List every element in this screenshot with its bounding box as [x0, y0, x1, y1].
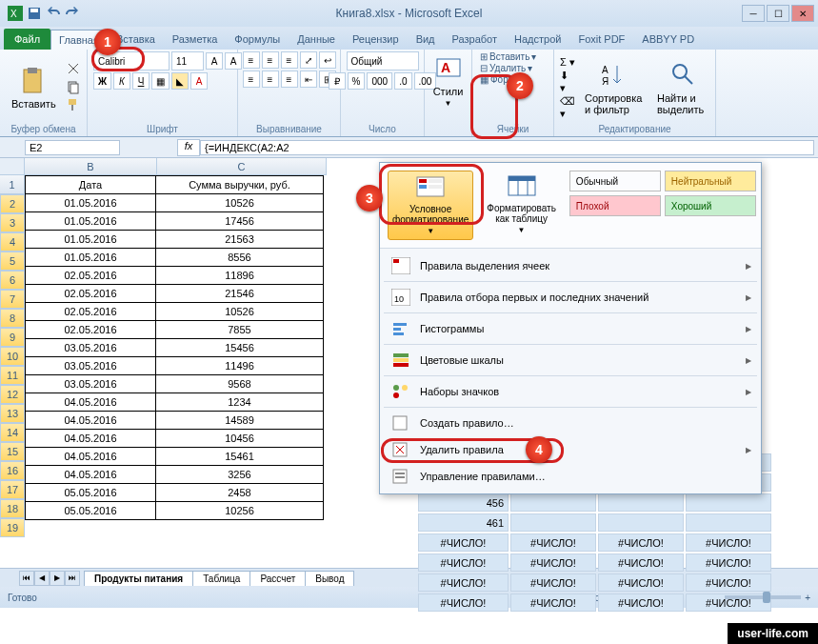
fill-color-button[interactable]: ◣ — [171, 72, 189, 90]
cell[interactable]: 11496 — [156, 357, 324, 375]
paste-button[interactable]: Вставить — [6, 64, 62, 111]
cell[interactable]: 03.05.2016 — [26, 339, 156, 357]
undo-icon[interactable] — [46, 6, 61, 21]
cell[interactable]: 21546 — [156, 285, 324, 303]
font-color-button[interactable]: A — [190, 72, 208, 90]
comma-icon[interactable]: 000 — [367, 72, 392, 90]
redo-icon[interactable] — [65, 6, 80, 21]
cell[interactable]: Сумма выручки, руб. — [156, 176, 324, 194]
cell-style-good[interactable]: Хороший — [665, 195, 756, 216]
sheet-nav-prev[interactable]: ◀ — [34, 571, 50, 586]
formula-input[interactable] — [200, 140, 814, 155]
cell[interactable]: 15461 — [156, 448, 324, 466]
row-header[interactable]: 11 — [0, 366, 25, 385]
percent-icon[interactable]: % — [348, 72, 366, 90]
menu-top-bottom-rules[interactable]: 10Правила отбора первых и последних знач… — [380, 284, 761, 311]
sheet-tab-1[interactable]: Таблица — [192, 571, 250, 586]
sheet-nav-next[interactable]: ▶ — [50, 571, 65, 586]
styles-button[interactable]: A Стили ▼ — [430, 51, 466, 110]
tab-review[interactable]: Рецензир — [344, 29, 408, 50]
cell[interactable]: 8556 — [156, 249, 324, 267]
underline-button[interactable]: Ч — [132, 72, 150, 90]
cell[interactable]: 01.05.2016 — [26, 212, 156, 231]
row-header[interactable]: 13 — [0, 404, 25, 423]
copy-icon[interactable] — [66, 79, 81, 96]
cell[interactable]: 17456 — [156, 212, 324, 231]
save-icon[interactable] — [27, 6, 42, 21]
row-header[interactable]: 4 — [0, 232, 25, 252]
format-as-table-button[interactable]: Форматировать как таблицу▼ — [483, 171, 560, 240]
bold-button[interactable]: Ж — [93, 72, 111, 90]
menu-manage-rules[interactable]: Управление правилами… — [380, 463, 761, 490]
data-grid[interactable]: ДатаСумма выручки, руб.01.05.20161052601… — [25, 175, 324, 520]
italic-button[interactable]: К — [113, 72, 130, 90]
cell[interactable]: 14589 — [156, 412, 324, 430]
inc-decimal-icon[interactable]: .0 — [394, 72, 411, 90]
cell[interactable]: 02.05.2016 — [26, 267, 156, 285]
cell[interactable]: 01.05.2016 — [26, 194, 156, 212]
cell[interactable]: 1234 — [156, 393, 324, 412]
sheet-tab-2[interactable]: Рассчет — [249, 571, 306, 586]
cell[interactable]: 04.05.2016 — [26, 466, 156, 484]
cell[interactable]: 04.05.2016 — [26, 393, 156, 412]
grow-font-icon[interactable]: A — [206, 52, 223, 70]
row-header[interactable]: 14 — [0, 423, 25, 442]
cell[interactable]: 02.05.2016 — [26, 285, 156, 303]
tab-addins[interactable]: Надстрой — [506, 29, 569, 50]
orientation-icon[interactable]: ⤢ — [300, 51, 317, 69]
menu-highlight-rules[interactable]: Правила выделения ячеек▶ — [380, 252, 761, 279]
row-header[interactable]: 18 — [0, 499, 25, 518]
wrap-text-icon[interactable]: ↩ — [319, 51, 336, 69]
tab-foxit[interactable]: Foxit PDF — [569, 29, 633, 50]
tab-layout[interactable]: Разметка — [164, 29, 227, 50]
minimize-button[interactable]: ─ — [742, 5, 765, 22]
cell[interactable]: 03.05.2016 — [26, 375, 156, 393]
zoom-in-button[interactable]: + — [805, 593, 810, 603]
row-header[interactable]: 15 — [0, 442, 25, 461]
align-left-icon[interactable]: ≡ — [243, 70, 260, 88]
cell[interactable]: 04.05.2016 — [26, 448, 156, 466]
conditional-formatting-button[interactable]: Условное форматирование▼ — [388, 171, 473, 240]
clear-icon[interactable]: ⌫ ▾ — [560, 95, 575, 120]
cell-style-neutral[interactable]: Нейтральный — [665, 171, 756, 191]
format-painter-icon[interactable] — [66, 97, 81, 114]
col-header-b[interactable]: B — [25, 158, 157, 175]
menu-clear-rules[interactable]: Удалить правила▶ — [380, 436, 761, 463]
cell[interactable]: 11896 — [156, 267, 324, 285]
align-top-icon[interactable]: ≡ — [243, 51, 260, 69]
select-all-corner[interactable] — [0, 158, 25, 175]
cell[interactable]: 3256 — [156, 466, 324, 484]
zoom-slider[interactable] — [725, 595, 801, 599]
cell[interactable]: 05.05.2016 — [26, 502, 156, 520]
row-header[interactable]: 9 — [0, 328, 25, 347]
close-button[interactable]: ✕ — [791, 5, 814, 22]
cell[interactable]: 2458 — [156, 484, 324, 502]
menu-data-bars[interactable]: Гистограммы▶ — [380, 315, 761, 342]
row-header[interactable]: 3 — [0, 213, 25, 232]
tab-data[interactable]: Данные — [289, 29, 344, 50]
cell[interactable]: 10456 — [156, 430, 324, 448]
menu-new-rule[interactable]: Создать правило… — [380, 410, 761, 436]
menu-color-scales[interactable]: Цветовые шкалы▶ — [380, 347, 761, 373]
cell[interactable]: 04.05.2016 — [26, 430, 156, 448]
row-header[interactable]: 5 — [0, 252, 25, 271]
menu-icon-sets[interactable]: Наборы значков▶ — [380, 378, 761, 405]
cell[interactable]: 03.05.2016 — [26, 357, 156, 375]
align-bottom-icon[interactable]: ≡ — [281, 51, 298, 69]
cell-style-bad[interactable]: Плохой — [569, 195, 661, 216]
sheet-tab-3[interactable]: Вывод — [305, 571, 354, 586]
sheet-nav-last[interactable]: ⏭ — [65, 571, 80, 586]
align-right-icon[interactable]: ≡ — [281, 70, 298, 88]
sort-filter-button[interactable]: АЯ Сортировка и фильтр — [579, 58, 648, 117]
row-header[interactable]: 16 — [0, 461, 25, 480]
cell[interactable]: 04.05.2016 — [26, 412, 156, 430]
align-center-icon[interactable]: ≡ — [262, 70, 279, 88]
cell[interactable]: 10526 — [156, 303, 324, 321]
cell[interactable]: 01.05.2016 — [26, 249, 156, 267]
row-header[interactable]: 10 — [0, 347, 25, 366]
row-header[interactable]: 19 — [0, 518, 25, 537]
col-header-c[interactable]: C — [157, 158, 327, 175]
row-header[interactable]: 7 — [0, 290, 25, 309]
tab-abbyy[interactable]: ABBYY PD — [633, 29, 703, 50]
row-header[interactable]: 1 — [0, 175, 25, 194]
